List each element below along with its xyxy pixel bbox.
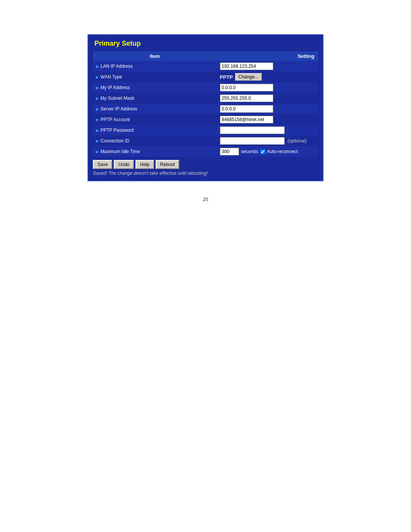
save-button[interactable]: Save — [93, 160, 112, 169]
status-message: Saved! The change doesn't take effective… — [93, 171, 318, 176]
input-lan-ip-address[interactable] — [220, 62, 273, 70]
page-number: 25 — [203, 197, 208, 202]
setting-cell-5 — [217, 114, 318, 125]
idle-time-cell: secondsAuto-reconnect — [220, 148, 315, 155]
row-label-text-8: Maximum Idle Time — [100, 149, 140, 154]
arrow-icon-2: ▶ — [96, 85, 99, 90]
row-label-4: ▶Server IP Address — [96, 106, 214, 112]
auto-reconnect-text: Auto-reconnect — [267, 149, 298, 154]
bottom-buttons: Save Undo Help Reboot — [93, 160, 318, 169]
table-row: ▶Maximum Idle TimesecondsAuto-reconnect — [93, 146, 318, 157]
input-my-ip-address[interactable] — [220, 84, 273, 91]
arrow-icon-3: ▶ — [96, 96, 99, 101]
row-label-text-0: LAN IP Address — [100, 64, 133, 69]
row-label-7: ▶Connection ID — [96, 138, 214, 144]
input-server-ip-address[interactable] — [220, 105, 273, 113]
panel-title: Primary Setup — [93, 40, 318, 48]
arrow-icon-8: ▶ — [96, 149, 99, 154]
row-label-8: ▶Maximum Idle Time — [96, 149, 214, 154]
row-label-6: ▶PPTP Password — [96, 128, 214, 133]
input-pptp-password[interactable] — [220, 126, 285, 134]
auto-reconnect-label: Auto-reconnect — [260, 149, 298, 154]
row-label-text-1: WAN Type — [100, 74, 122, 80]
table-row: ▶My IP Address — [93, 82, 318, 93]
arrow-icon-7: ▶ — [96, 139, 99, 144]
arrow-icon-5: ▶ — [96, 117, 99, 122]
help-button[interactable]: Help — [135, 160, 154, 169]
row-label-text-3: My Subnet Mask — [100, 96, 134, 101]
row-label-2: ▶My IP Address — [96, 85, 214, 90]
table-row: ▶Server IP Address — [93, 104, 318, 114]
optional-text: (optional) — [288, 138, 307, 144]
reboot-button[interactable]: Reboot — [156, 160, 180, 169]
setting-cell-8: secondsAuto-reconnect — [217, 146, 318, 157]
row-label-text-2: My IP Address — [100, 85, 130, 90]
primary-setup-panel: Primary Setup Item Setting ▶LAN IP Addre… — [88, 34, 323, 181]
row-label-0: ▶LAN IP Address — [96, 64, 214, 69]
table-row: ▶My Subnet Mask — [93, 93, 318, 104]
table-row: ▶Connection ID(optional) — [93, 136, 318, 146]
row-label-1: ▶WAN Type — [96, 74, 214, 80]
seconds-label: seconds — [241, 149, 258, 154]
setting-cell-2 — [217, 82, 318, 93]
table-row: ▶PPTP Password — [93, 125, 318, 136]
row-label-5: ▶PPTP Account — [96, 117, 214, 122]
setting-cell-1: PPTPChange... — [217, 72, 318, 82]
setting-cell-4 — [217, 104, 318, 114]
setting-cell-7: (optional) — [217, 136, 318, 146]
table-row: ▶PPTP Account — [93, 114, 318, 125]
input-my-subnet-mask[interactable] — [220, 94, 273, 102]
input-idle-time[interactable] — [220, 148, 239, 155]
setting-cell-6 — [217, 125, 318, 136]
wan-type-cell: PPTPChange... — [220, 73, 315, 81]
row-label-text-4: Server IP Address — [100, 106, 137, 112]
setting-cell-3 — [217, 93, 318, 104]
row-label-text-6: PPTP Password — [100, 128, 134, 133]
wan-label: PPTP — [220, 74, 233, 80]
undo-button[interactable]: Undo — [114, 160, 134, 169]
settings-table: Item Setting ▶LAN IP Address▶WAN TypePPT… — [93, 51, 318, 157]
table-header-row: Item Setting — [93, 51, 318, 61]
auto-reconnect-checkbox[interactable] — [260, 149, 265, 154]
setting-cell-0 — [217, 61, 318, 72]
table-row: ▶WAN TypePPTPChange... — [93, 72, 318, 82]
table-row: ▶LAN IP Address — [93, 61, 318, 72]
header-item: Item — [93, 51, 217, 61]
arrow-icon-1: ▶ — [96, 75, 99, 80]
arrow-icon-6: ▶ — [96, 128, 99, 133]
row-label-text-5: PPTP Account — [100, 117, 130, 122]
arrow-icon-0: ▶ — [96, 64, 99, 69]
change-wan-button[interactable]: Change... — [235, 73, 262, 81]
page-wrapper: Primary Setup Item Setting ▶LAN IP Addre… — [0, 34, 411, 202]
arrow-icon-4: ▶ — [96, 107, 99, 112]
input-connection-id[interactable] — [220, 137, 285, 145]
header-setting: Setting — [217, 51, 318, 61]
row-label-text-7: Connection ID — [100, 138, 129, 144]
row-label-3: ▶My Subnet Mask — [96, 96, 214, 101]
input-pptp-account[interactable] — [220, 116, 273, 123]
